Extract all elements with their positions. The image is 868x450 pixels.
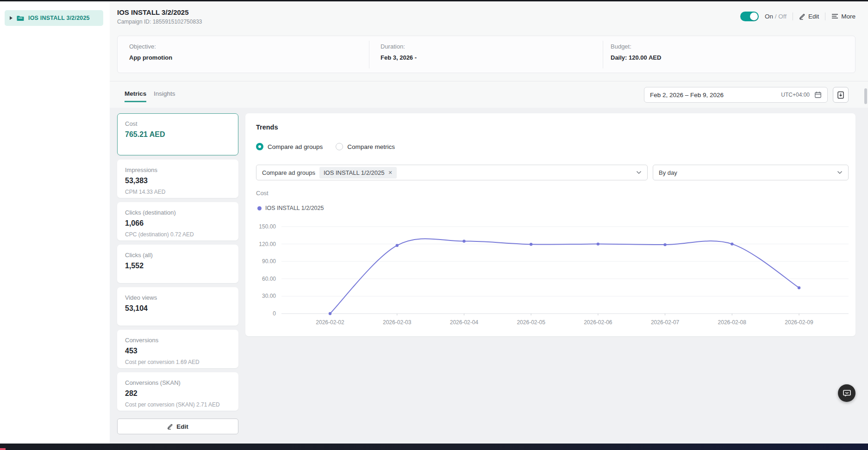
tab-metrics[interactable]: Metrics xyxy=(125,90,146,102)
svg-text:2026-02-06: 2026-02-06 xyxy=(584,319,612,326)
header-separator xyxy=(793,12,793,20)
toggle-knob xyxy=(750,12,758,20)
metric-card-clicks-all[interactable]: Clicks (all)1,552 xyxy=(117,245,238,283)
svg-text:150.00: 150.00 xyxy=(259,223,276,230)
sidebar-item-campaign[interactable]: IOS INSTALL 3/2/2025 xyxy=(5,10,103,26)
summary-divider xyxy=(603,41,603,68)
svg-text:2026-02-08: 2026-02-08 xyxy=(718,319,747,326)
compare-mode-radios: Compare ad groups Compare metrics xyxy=(256,143,395,150)
pencil-icon xyxy=(167,423,173,430)
radio-compare-ad-groups[interactable]: Compare ad groups xyxy=(256,143,323,150)
scrollbar-thumb[interactable] xyxy=(864,88,867,104)
metric-value: 765.21 AED xyxy=(125,130,231,139)
more-button[interactable]: More xyxy=(831,13,856,20)
metric-sub-value: CPM 14.33 AED xyxy=(125,189,231,195)
svg-text:2026-02-09: 2026-02-09 xyxy=(785,319,813,326)
calendar-icon xyxy=(814,91,822,99)
metric-label: Video views xyxy=(125,294,231,301)
page-title: IOS INSTALL 3/2/2025 xyxy=(117,8,189,16)
tabs-top-divider xyxy=(110,81,868,81)
metric-card-impressions[interactable]: Impressions53,383CPM 14.33 AED xyxy=(117,160,238,198)
pencil-icon xyxy=(799,13,806,20)
svg-text:2026-02-07: 2026-02-07 xyxy=(651,319,680,326)
trend-line-chart: 030.0060.0090.00120.00150.002026-02-0220… xyxy=(248,219,853,333)
legend-dot-icon xyxy=(257,206,262,210)
remove-tag-icon[interactable]: ✕ xyxy=(388,170,392,175)
metric-value: 53,104 xyxy=(125,304,231,313)
on-off-label: On / Off xyxy=(765,13,787,20)
metric-value: 1,066 xyxy=(125,219,231,228)
svg-text:2026-02-03: 2026-02-03 xyxy=(383,319,412,326)
radio-unselected-icon xyxy=(336,143,343,150)
taskbar-accent xyxy=(0,448,6,450)
svg-text:30.00: 30.00 xyxy=(262,293,276,299)
metric-cards-column: Cost765.21 AEDImpressions53,383CPM 14.33… xyxy=(117,113,238,434)
metric-sub-value: Cost per conversion 1.69 AED xyxy=(125,359,231,365)
selected-ad-group-tag: IOS INSTALL 1/2/2025 ✕ xyxy=(319,167,397,179)
trends-card: Trends Compare ad groups Compare metrics… xyxy=(245,113,856,336)
ad-group-select[interactable]: Compare ad groups IOS INSTALL 1/2/2025 ✕ xyxy=(256,165,648,180)
metric-sub-value: CPC (destination) 0.72 AED xyxy=(125,231,231,238)
radio-selected-icon xyxy=(256,143,263,150)
metric-card-conversions[interactable]: Conversions453Cost per conversion 1.69 A… xyxy=(117,330,238,368)
chevron-down-icon xyxy=(636,171,642,174)
taskbar xyxy=(0,444,868,450)
folder-icon xyxy=(17,15,24,21)
radio-compare-metrics[interactable]: Compare metrics xyxy=(336,143,395,150)
campaign-status-toggle[interactable] xyxy=(740,12,759,21)
campaign-summary-card: Objective: App promotion Duration: Feb 3… xyxy=(117,36,856,73)
metric-value: 282 xyxy=(125,389,231,398)
metric-label: Clicks (all) xyxy=(125,252,231,259)
expand-caret-icon[interactable] xyxy=(10,16,12,20)
download-file-icon xyxy=(837,91,844,99)
edit-campaign-button[interactable]: Edit xyxy=(799,13,819,20)
menu-lines-icon xyxy=(831,13,838,19)
header-separator xyxy=(825,12,825,20)
chart-legend: IOS INSTALL 1/2/2025 xyxy=(257,205,324,211)
date-range-value: Feb 2, 2026 – Feb 9, 2026 xyxy=(650,92,724,99)
svg-text:60.00: 60.00 xyxy=(262,276,276,282)
metric-card-cost[interactable]: Cost765.21 AED xyxy=(117,113,238,155)
duration-summary: Duration: Feb 3, 2026 - xyxy=(381,43,417,61)
export-report-button[interactable] xyxy=(833,87,849,103)
support-chat-button[interactable] xyxy=(838,384,856,402)
metric-value: 53,383 xyxy=(125,177,231,185)
chat-bubble-icon xyxy=(842,388,852,398)
metric-value: 453 xyxy=(125,347,231,355)
metric-label: Conversions (SKAN) xyxy=(125,379,231,386)
objective-summary: Objective: App promotion xyxy=(129,43,172,61)
main-panel: IOS INSTALL 3/2/2025 Campaign ID: 185591… xyxy=(110,1,868,444)
interval-select[interactable]: By day xyxy=(653,165,849,180)
svg-text:2026-02-04: 2026-02-04 xyxy=(450,319,479,326)
chart-area: 030.0060.0090.00120.00150.002026-02-0220… xyxy=(248,219,853,334)
metric-card-conversions-skan[interactable]: Conversions (SKAN)282Cost per conversion… xyxy=(117,372,238,411)
chevron-down-icon xyxy=(837,171,843,174)
metric-label: Clicks (destination) xyxy=(125,209,231,216)
header-controls: On / Off Edit More xyxy=(740,11,856,22)
trends-title: Trends xyxy=(256,123,278,131)
campaign-tree-sidebar: IOS INSTALL 3/2/2025 xyxy=(0,1,110,444)
chart-metric-label: Cost xyxy=(256,190,269,197)
edit-metrics-button[interactable]: Edit xyxy=(117,419,238,434)
metric-label: Cost xyxy=(125,120,231,127)
metric-value: 1,552 xyxy=(125,262,231,270)
metric-label: Impressions xyxy=(125,166,231,173)
timezone-label: UTC+04:00 xyxy=(781,92,810,98)
campaign-id: Campaign ID: 1855915102750833 xyxy=(117,18,202,25)
tab-insights[interactable]: Insights xyxy=(154,90,175,101)
budget-summary: Budget: Daily: 120.00 AED xyxy=(611,43,661,61)
metric-sub-value: Cost per conversion (SKAN) 2.71 AED xyxy=(125,401,231,408)
window-top-edge xyxy=(0,0,868,1)
svg-text:2026-02-02: 2026-02-02 xyxy=(316,319,344,326)
svg-text:2026-02-05: 2026-02-05 xyxy=(517,319,545,326)
svg-text:0: 0 xyxy=(273,310,276,317)
metric-card-clicks-destination[interactable]: Clicks (destination)1,066CPC (destinatio… xyxy=(117,202,238,240)
summary-divider xyxy=(369,41,369,68)
metric-label: Conversions xyxy=(125,337,231,344)
svg-text:120.00: 120.00 xyxy=(259,241,276,247)
app-root: IOS INSTALL 3/2/2025 IOS INSTALL 3/2/202… xyxy=(0,0,868,450)
date-range-picker[interactable]: Feb 2, 2026 – Feb 9, 2026 UTC+04:00 xyxy=(644,87,828,103)
metric-card-video-views[interactable]: Video views53,104 xyxy=(117,287,238,326)
svg-text:90.00: 90.00 xyxy=(262,258,276,265)
sidebar-item-label: IOS INSTALL 3/2/2025 xyxy=(28,15,90,21)
